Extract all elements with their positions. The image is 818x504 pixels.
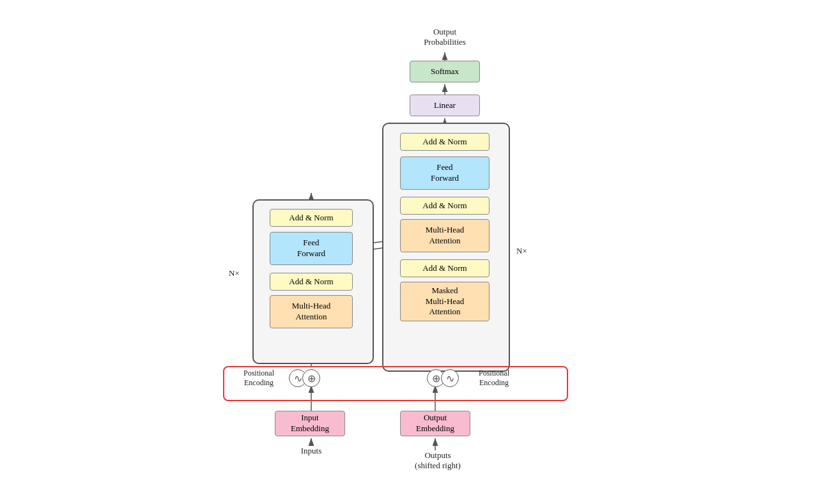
output-probabilities-label: OutputProbabilities bbox=[410, 27, 480, 47]
pe-right-label: PositionalEncoding bbox=[459, 369, 529, 388]
nx-encoder-label: N× bbox=[229, 268, 240, 279]
masked-mha-dec: MaskedMulti-HeadAttention bbox=[400, 282, 490, 321]
linear-box: Linear bbox=[410, 95, 480, 116]
addnorm-enc-bot: Add & Norm bbox=[270, 273, 353, 291]
pe-left-label: PositionalEncoding bbox=[227, 369, 291, 388]
feedforward-enc: FeedForward bbox=[270, 232, 353, 265]
outputs-label: Outputs(shifted right) bbox=[406, 450, 470, 471]
mha-dec: Multi-HeadAttention bbox=[400, 219, 490, 252]
feedforward-dec: FeedForward bbox=[400, 157, 490, 190]
input-embedding: InputEmbedding bbox=[275, 411, 345, 436]
addnorm-dec-top: Add & Norm bbox=[400, 133, 490, 151]
diagram: OutputProbabilities Softmax Linear Add &… bbox=[0, 0, 818, 504]
softmax-box: Softmax bbox=[410, 61, 480, 82]
nx-decoder-label: N× bbox=[516, 246, 527, 256]
sine-symbol-right: ∿ bbox=[441, 369, 459, 387]
plus-symbol-encoder: ⊕ bbox=[302, 369, 320, 387]
addnorm-dec-bot: Add & Norm bbox=[400, 259, 490, 277]
mha-enc: Multi-HeadAttention bbox=[270, 295, 353, 328]
inputs-label: Inputs bbox=[292, 446, 330, 456]
addnorm-dec-mid: Add & Norm bbox=[400, 197, 490, 215]
output-embedding: OutputEmbedding bbox=[400, 411, 470, 436]
addnorm-enc-top: Add & Norm bbox=[270, 209, 353, 227]
